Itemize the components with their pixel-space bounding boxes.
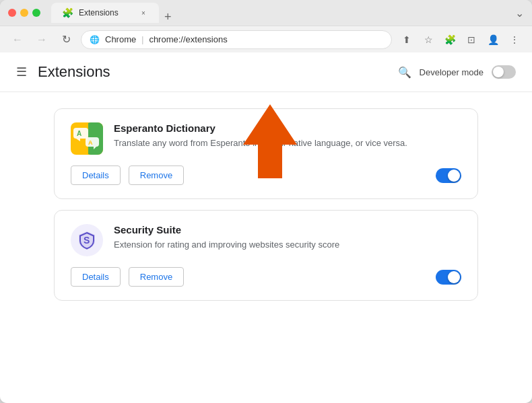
- ext-toggle-wrapper-esperanto: [436, 168, 461, 183]
- new-tab-button[interactable]: +: [159, 11, 177, 23]
- tab-extension-icon: 🧩: [62, 7, 73, 18]
- title-bar: 🧩 Extensions × + ⌄: [0, 0, 532, 26]
- window-menu-button[interactable]: ⌄: [515, 7, 524, 20]
- window-controls: [8, 9, 40, 17]
- ext-card-bottom-esperanto: Details Remove: [71, 166, 461, 185]
- tab-bar: 🧩 Extensions × +: [51, 3, 510, 23]
- extensions-list: A A Esperanto Dictionary Translate any w…: [0, 92, 532, 317]
- ext-name-esperanto: Esperanto Dictionary: [114, 122, 461, 134]
- extension-card-security: S Security Suite Extension for rating an…: [54, 210, 478, 301]
- tab-close-button[interactable]: ×: [139, 8, 148, 17]
- site-icon: 🌐: [90, 35, 100, 44]
- upload-button[interactable]: ⬆: [397, 30, 416, 49]
- security-details-button[interactable]: Details: [71, 267, 121, 287]
- more-button[interactable]: ⋮: [505, 30, 524, 49]
- address-url: chrome://extensions: [149, 34, 227, 44]
- security-icon: S: [71, 224, 103, 256]
- ext-desc-esperanto: Translate any word from Esperanto into y…: [114, 137, 461, 150]
- search-button[interactable]: 🔍: [398, 66, 411, 79]
- extensions-header: ☰ Extensions 🔍 Developer mode: [0, 52, 532, 92]
- minimize-window-button[interactable]: [20, 9, 28, 17]
- esperanto-icon: A A: [71, 122, 103, 155]
- reload-button[interactable]: ↻: [57, 30, 75, 49]
- esperanto-enable-toggle[interactable]: [436, 168, 461, 183]
- close-window-button[interactable]: [8, 9, 16, 17]
- profile-button[interactable]: 👤: [484, 30, 502, 49]
- developer-mode-toggle[interactable]: [492, 65, 516, 79]
- back-button[interactable]: ←: [8, 30, 27, 49]
- security-icon-wrapper: S: [71, 224, 103, 256]
- security-svg: S: [77, 230, 97, 250]
- developer-mode-label: Developer mode: [420, 67, 484, 77]
- ext-toggle-wrapper-security: [436, 270, 461, 285]
- tab-title: Extensions: [79, 8, 119, 17]
- url-bar[interactable]: 🌐 Chrome | chrome://extensions: [81, 30, 392, 49]
- esperanto-details-button[interactable]: Details: [71, 166, 121, 185]
- bookmark-button[interactable]: ☆: [419, 30, 438, 49]
- forward-button[interactable]: →: [32, 30, 51, 49]
- address-separator: |: [141, 35, 143, 44]
- header-actions: 🔍 Developer mode: [398, 65, 516, 79]
- address-site-name: Chrome: [105, 34, 136, 44]
- ext-card-bottom-security: Details Remove: [71, 267, 461, 287]
- browser-window: 🧩 Extensions × + ⌄ ← → ↻ 🌐 Chrome | chro…: [0, 0, 532, 403]
- window-button[interactable]: ⊡: [462, 30, 481, 49]
- ext-desc-security: Extension for rating and improving websi…: [114, 238, 461, 252]
- hamburger-menu-button[interactable]: ☰: [16, 65, 27, 79]
- page-content: ☰ Extensions 🔍 Developer mode: [0, 52, 532, 403]
- ext-card-top: A A Esperanto Dictionary Translate any w…: [71, 122, 461, 155]
- active-tab[interactable]: 🧩 Extensions ×: [51, 3, 159, 23]
- ext-card-top-security: S Security Suite Extension for rating an…: [71, 224, 461, 256]
- address-bar: ← → ↻ 🌐 Chrome | chrome://extensions ⬆ ☆…: [0, 26, 532, 52]
- ext-name-security: Security Suite: [114, 224, 461, 235]
- esperanto-icon-wrapper: A A: [71, 122, 103, 155]
- page-title: Extensions: [38, 63, 398, 81]
- address-actions: ⬆ ☆ 🧩 ⊡ 👤 ⋮: [397, 30, 524, 49]
- security-enable-toggle[interactable]: [436, 270, 461, 285]
- security-remove-button[interactable]: Remove: [129, 267, 184, 287]
- svg-text:A: A: [77, 130, 81, 137]
- ext-info-security: Security Suite Extension for rating and …: [114, 224, 461, 252]
- esperanto-remove-button[interactable]: Remove: [129, 166, 184, 185]
- ext-info-esperanto: Esperanto Dictionary Translate any word …: [114, 122, 461, 150]
- extension-card-esperanto: A A Esperanto Dictionary Translate any w…: [54, 108, 478, 199]
- extensions-button[interactable]: 🧩: [440, 30, 459, 49]
- svg-text:A: A: [88, 139, 93, 146]
- maximize-window-button[interactable]: [32, 9, 40, 17]
- svg-text:S: S: [84, 235, 90, 246]
